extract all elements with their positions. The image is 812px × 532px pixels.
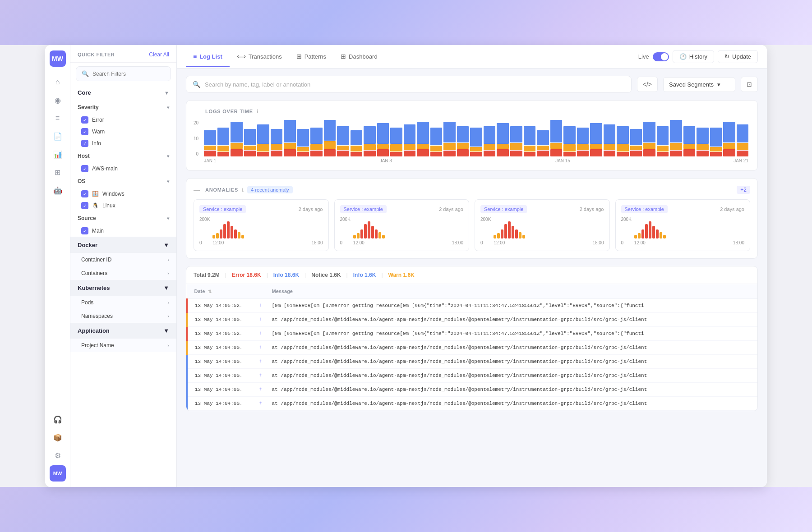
- docker-header[interactable]: Docker ▼: [70, 237, 176, 253]
- expand-icon-7[interactable]: +: [258, 400, 264, 407]
- log-row-0[interactable]: 13 May 14:05:52:12 + [0m [91mERROR[0m [3…: [187, 299, 758, 313]
- linux-checkbox[interactable]: [81, 202, 88, 209]
- containers-label: Containers: [81, 270, 107, 276]
- tab-patterns[interactable]: ⊞ Patterns: [289, 46, 333, 67]
- warn-checkbox[interactable]: [81, 128, 88, 135]
- tab-log-list[interactable]: ≡ Log List: [186, 46, 230, 67]
- nav-list-icon[interactable]: ≡: [50, 110, 66, 126]
- anomaly-y-low-0: 0: [199, 240, 210, 245]
- nav-headset-icon[interactable]: 🎧: [50, 411, 66, 427]
- update-button[interactable]: ↻ Update: [718, 50, 758, 63]
- nav-chart-icon[interactable]: 📊: [50, 146, 66, 162]
- bar-group-40: [737, 124, 749, 156]
- pods-item[interactable]: Pods ›: [70, 296, 176, 309]
- core-section-header[interactable]: Core ▼: [70, 85, 176, 101]
- main-checkbox[interactable]: [81, 227, 88, 234]
- col-message: Message: [265, 284, 758, 299]
- filter-item-error[interactable]: Error: [70, 114, 176, 126]
- nav-package-icon[interactable]: 📦: [50, 429, 66, 445]
- nav-grid-icon[interactable]: ⊞: [50, 164, 66, 180]
- host-header[interactable]: Host ▾: [70, 149, 176, 163]
- log-row-3[interactable]: 13 May 14:04:00:12 + at /app/node_module…: [187, 341, 758, 355]
- error-checkbox[interactable]: [81, 116, 88, 124]
- log-expand-0[interactable]: +: [250, 299, 265, 313]
- clear-all-button[interactable]: Clear All: [149, 51, 169, 58]
- log-expand-7[interactable]: +: [250, 397, 265, 411]
- anomalies-info-icon[interactable]: ℹ: [242, 187, 244, 193]
- search-input[interactable]: [205, 81, 625, 88]
- log-expand-4[interactable]: +: [250, 355, 265, 369]
- expand-icon-1[interactable]: +: [258, 316, 264, 323]
- log-row-6[interactable]: 13 May 14:04:00:12 + at /app/node_module…: [187, 383, 758, 397]
- project-name-item[interactable]: Project Name ›: [70, 339, 176, 352]
- history-button[interactable]: 🕐 History: [673, 50, 714, 63]
- log-row-4[interactable]: 13 May 14:04:00:12 + at /app/node_module…: [187, 355, 758, 369]
- expand-icon-0[interactable]: +: [258, 303, 264, 309]
- anomaly-bar-0-2: [220, 229, 222, 238]
- search-filters-input[interactable]: [92, 71, 165, 77]
- logs-collapse-btn[interactable]: —: [194, 108, 200, 115]
- live-toggle-switch[interactable]: [653, 52, 669, 61]
- tab-transactions-icon: ⟺: [237, 53, 246, 60]
- log-expand-6[interactable]: +: [250, 383, 265, 397]
- log-expand-2[interactable]: +: [250, 327, 265, 341]
- containers-item[interactable]: Containers ›: [70, 266, 176, 280]
- tab-transactions[interactable]: ⟺ Transactions: [230, 46, 289, 67]
- bar-group-17: [430, 128, 443, 156]
- kubernetes-header[interactable]: Kubernetes ▼: [70, 280, 176, 296]
- container-id-item[interactable]: Container ID ›: [70, 253, 176, 266]
- y-label-0: 0: [194, 151, 198, 156]
- bar-red-20: [470, 152, 482, 156]
- date-sort-icon[interactable]: ⇅: [208, 289, 212, 294]
- filter-item-main[interactable]: Main: [70, 225, 176, 237]
- tab-dashboard[interactable]: ⊞ Dashboard: [333, 46, 385, 67]
- os-header[interactable]: OS ▾: [70, 174, 176, 188]
- bar-orange-19: [457, 143, 469, 149]
- filter-item-warn[interactable]: Warn: [70, 126, 176, 138]
- expand-icon-2[interactable]: +: [258, 330, 264, 337]
- nav-file-icon[interactable]: 📄: [50, 128, 66, 144]
- windows-checkbox[interactable]: [81, 190, 88, 197]
- namespaces-item[interactable]: Namespaces ›: [70, 309, 176, 323]
- application-header[interactable]: Application ▼: [70, 323, 176, 339]
- expand-icon-5[interactable]: +: [258, 372, 264, 379]
- expand-icon-3[interactable]: +: [258, 344, 264, 351]
- source-chevron-icon: ▾: [167, 216, 169, 221]
- filter-item-linux[interactable]: 🐧 Linux: [70, 200, 176, 211]
- saved-segments-dropdown[interactable]: Saved Segments ▾: [663, 77, 735, 92]
- log-row-1[interactable]: 13 May 14:04:00:12 + at /app/node_module…: [187, 313, 758, 327]
- severity-chevron-icon: ▾: [167, 105, 169, 110]
- anomalies-collapse-btn[interactable]: —: [194, 186, 200, 193]
- log-row-2[interactable]: 13 May 14:05:52:12 + [0m [91mERROR[0m [3…: [187, 327, 758, 341]
- filter-item-info[interactable]: Info: [70, 138, 176, 149]
- severity-header[interactable]: Severity ▾: [70, 101, 176, 114]
- info-checkbox[interactable]: [81, 140, 88, 147]
- search-filters-bar: 🔍: [76, 66, 171, 81]
- nav-robot-icon[interactable]: 🤖: [50, 182, 66, 198]
- log-expand-5[interactable]: +: [250, 369, 265, 383]
- nav-home-icon[interactable]: ⌂: [50, 74, 66, 90]
- extra-button[interactable]: ⊡: [741, 77, 758, 92]
- aws-checkbox[interactable]: [81, 165, 88, 172]
- bar-red-2: [231, 149, 243, 156]
- expand-icon-6[interactable]: +: [258, 386, 264, 393]
- bar-red-11: [351, 152, 363, 156]
- source-header[interactable]: Source ▾: [70, 211, 176, 225]
- logs-chart-info-icon[interactable]: ℹ: [257, 109, 258, 115]
- anomalies-plus-badge[interactable]: +2: [737, 186, 750, 194]
- bar-red-14: [390, 152, 402, 156]
- expand-icon-4[interactable]: +: [258, 358, 264, 365]
- nav-avatar[interactable]: MW: [50, 465, 66, 482]
- nav-settings-icon[interactable]: ⚙: [50, 447, 66, 463]
- filter-item-windows[interactable]: 🪟 Windows: [70, 188, 176, 200]
- log-row-7[interactable]: 13 May 14:04:00:12 + at /app/node_module…: [187, 397, 758, 411]
- log-expand-1[interactable]: +: [250, 313, 265, 327]
- code-button[interactable]: </>: [637, 77, 658, 92]
- nav-monitor-icon[interactable]: ◉: [50, 92, 66, 108]
- log-expand-3[interactable]: +: [250, 341, 265, 355]
- anomaly-x-label-1-3: 18:00: [733, 240, 744, 245]
- logo-button[interactable]: MW: [50, 50, 66, 67]
- filter-item-aws[interactable]: AWS-main: [70, 163, 176, 174]
- log-row-5[interactable]: 13 May 14:04:00:12 + at /app/node_module…: [187, 369, 758, 383]
- bar-blue-37: [697, 128, 709, 144]
